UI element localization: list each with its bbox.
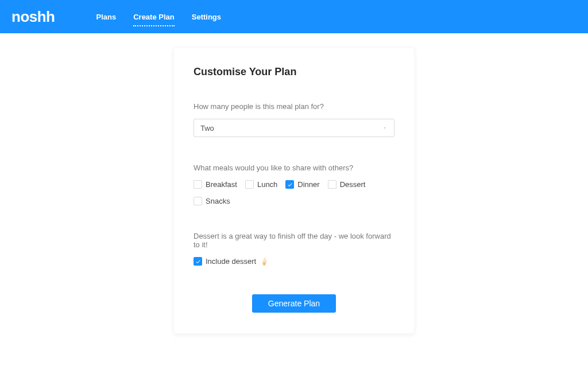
checkbox-label: Breakfast <box>206 180 237 189</box>
checkbox-include-dessert[interactable]: Include dessert <box>194 257 256 266</box>
checkbox-label: Include dessert <box>206 257 256 266</box>
checkbox-lunch[interactable]: Lunch <box>245 180 277 189</box>
top-nav-bar: noshh Plans Create Plan Settings <box>0 0 588 33</box>
meals-label: What meals would you like to share with … <box>194 163 394 172</box>
customise-plan-card: Customise Your Plan How many people is t… <box>173 47 415 334</box>
checkbox-box <box>194 180 202 189</box>
people-label: How many people is this meal plan for? <box>194 102 394 111</box>
checkbox-dessert[interactable]: Dessert <box>328 180 366 189</box>
checkbox-label: Lunch <box>257 180 277 189</box>
checkbox-box <box>285 180 294 189</box>
checkbox-box <box>194 197 202 205</box>
checkbox-label: Snacks <box>206 197 230 205</box>
generate-plan-button[interactable]: Generate Plan <box>252 294 336 313</box>
people-select[interactable]: Two <box>194 119 394 137</box>
checkbox-box <box>245 180 254 189</box>
checkbox-box <box>328 180 336 189</box>
ice-cream-icon: 🍦 <box>260 257 269 266</box>
checkbox-box <box>194 257 202 266</box>
meals-checkbox-group: Breakfast Lunch Dinner Dessert Snacks <box>194 180 394 205</box>
brand-logo: noshh <box>11 8 55 26</box>
checkbox-breakfast[interactable]: Breakfast <box>194 180 237 189</box>
people-select-value: Two <box>200 124 214 133</box>
chevron-down-icon <box>382 123 388 133</box>
dessert-description: Dessert is a great way to finish off the… <box>194 232 394 249</box>
nav-menu: Plans Create Plan Settings <box>96 0 222 33</box>
nav-plans[interactable]: Plans <box>96 0 117 33</box>
nav-create-plan[interactable]: Create Plan <box>133 0 175 33</box>
checkbox-label: Dessert <box>340 180 366 189</box>
card-title: Customise Your Plan <box>194 66 394 78</box>
nav-settings[interactable]: Settings <box>192 0 221 33</box>
checkbox-snacks[interactable]: Snacks <box>194 197 230 205</box>
checkbox-label: Dinner <box>297 180 319 189</box>
checkbox-dinner[interactable]: Dinner <box>285 180 319 189</box>
